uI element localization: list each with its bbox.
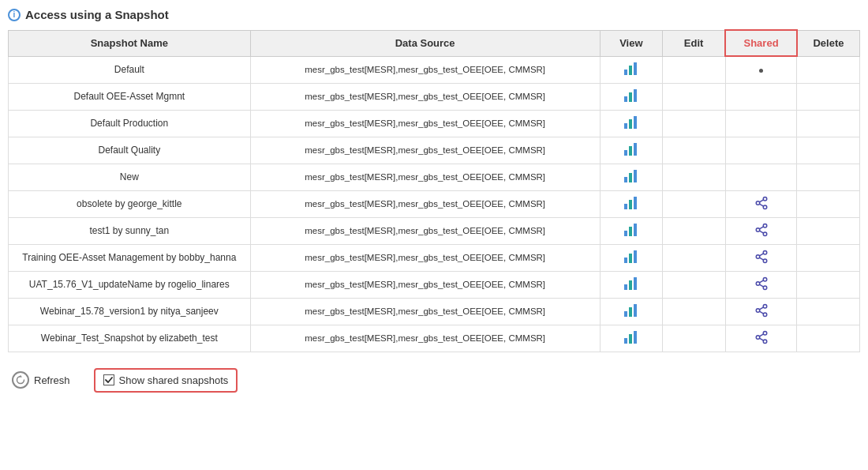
svg-point-60 [763,340,767,344]
col-header-snapshot-name: Snapshot Name [9,30,251,56]
svg-line-46 [759,280,763,282]
share-icon[interactable] [754,282,769,293]
cell-view[interactable] [600,137,663,164]
cell-delete [797,217,860,244]
cell-shared[interactable] [725,325,797,352]
cell-view[interactable] [600,271,663,298]
svg-point-42 [763,277,767,281]
snapshot-table: Snapshot Name Data Source View Edit Shar… [8,29,860,352]
table-row: Default OEE-Asset Mgmntmesr_gbs_test[MES… [9,83,860,110]
svg-rect-41 [634,277,637,290]
share-icon[interactable] [754,201,769,212]
bar-chart-icon[interactable] [623,223,639,239]
refresh-button[interactable]: Refresh [12,371,70,389]
svg-rect-1 [629,66,632,75]
cell-edit [663,56,726,83]
cell-snapshot-name: test1 by sunny_tan [9,217,251,244]
table-row: Webinar_Test_Snapshot by elizabeth_testm… [9,325,860,352]
svg-point-34 [763,250,767,254]
svg-rect-15 [624,204,627,209]
cell-view[interactable] [600,244,663,271]
svg-rect-11 [634,143,637,156]
cell-view[interactable] [600,325,663,352]
table-row: test1 by sunny_tanmesr_gbs_test[MESR],me… [9,217,860,244]
cell-edit [663,164,726,190]
dot-indicator [759,69,763,73]
show-shared-checkbox-label[interactable]: Show shared snapshots [94,368,238,393]
cell-shared[interactable] [725,271,797,298]
svg-point-36 [763,259,767,263]
bar-chart-icon[interactable] [623,303,639,320]
cell-view[interactable] [600,110,663,137]
svg-point-58 [763,331,767,335]
table-row: Default Productionmesr_gbs_test[MESR],me… [9,110,860,137]
cell-snapshot-name: Training OEE-Asset Management by bobby_h… [9,244,251,271]
page-container: i Access using a Snapshot Snapshot Name … [0,0,868,400]
cell-snapshot-name: Webinar_Test_Snapshot by elizabeth_test [9,325,251,352]
cell-view[interactable] [600,83,663,110]
svg-rect-5 [634,89,637,102]
bar-chart-icon[interactable] [623,88,639,105]
cell-data-source: mesr_gbs_test[MESR],mesr_gbs_test_OEE[OE… [250,110,600,137]
col-header-edit: Edit [663,30,726,56]
cell-delete [797,56,860,83]
bar-chart-icon[interactable] [623,330,639,347]
share-icon[interactable] [754,336,769,347]
cell-shared[interactable] [725,217,797,244]
cell-data-source: mesr_gbs_test[MESR],mesr_gbs_test_OEE[OE… [250,137,600,164]
svg-line-54 [759,306,763,309]
cell-data-source: mesr_gbs_test[MESR],mesr_gbs_test_OEE[OE… [250,56,600,83]
cell-snapshot-name: New [9,164,251,190]
cell-view[interactable] [600,190,663,217]
svg-rect-39 [624,284,627,290]
cell-edit [663,271,726,298]
share-icon[interactable] [754,228,769,239]
col-header-delete: Delete [797,30,860,56]
bar-chart-icon[interactable] [623,276,639,293]
svg-line-22 [759,199,763,201]
cell-shared [725,83,797,110]
bar-chart-icon[interactable] [623,196,639,212]
bar-chart-icon[interactable] [623,169,639,186]
cell-data-source: mesr_gbs_test[MESR],mesr_gbs_test_OEE[OE… [250,164,600,190]
cell-shared [725,137,797,164]
table-row: Training OEE-Asset Management by bobby_h… [9,244,860,271]
cell-shared[interactable] [725,190,797,217]
cell-shared [725,110,797,137]
svg-point-52 [763,313,767,317]
cell-edit [663,190,726,217]
cell-view[interactable] [600,164,663,190]
svg-line-53 [759,311,763,314]
svg-rect-55 [624,338,627,344]
svg-rect-48 [629,307,632,317]
page-title: Access using a Snapshot [25,8,169,21]
cell-snapshot-name: UAT_15.76_V1_updateName by rogelio_linar… [9,271,251,298]
cell-snapshot-name: Default Production [9,110,251,137]
svg-rect-16 [629,200,632,209]
cell-edit [663,83,726,110]
svg-line-61 [759,338,763,340]
refresh-label: Refresh [34,374,70,386]
svg-point-50 [763,304,767,308]
svg-rect-49 [634,304,637,317]
show-shared-checkbox[interactable] [103,374,114,385]
share-icon[interactable] [754,309,769,320]
svg-rect-3 [624,96,627,102]
bar-chart-icon[interactable] [623,142,639,159]
svg-rect-47 [624,311,627,317]
svg-point-28 [763,232,767,236]
cell-view[interactable] [600,56,663,83]
bar-chart-icon[interactable] [623,250,639,266]
bar-chart-icon[interactable] [623,115,639,132]
cell-snapshot-name: Default Quality [9,137,251,164]
bar-chart-icon[interactable] [623,62,639,78]
svg-line-30 [759,226,763,228]
cell-view[interactable] [600,298,663,325]
svg-point-20 [763,205,767,209]
cell-view[interactable] [600,217,663,244]
share-icon[interactable] [754,255,769,266]
cell-shared[interactable] [725,244,797,271]
page-title-row: i Access using a Snapshot [8,8,860,21]
cell-shared[interactable] [725,298,797,325]
table-row: Defaultmesr_gbs_test[MESR],mesr_gbs_test… [9,56,860,83]
